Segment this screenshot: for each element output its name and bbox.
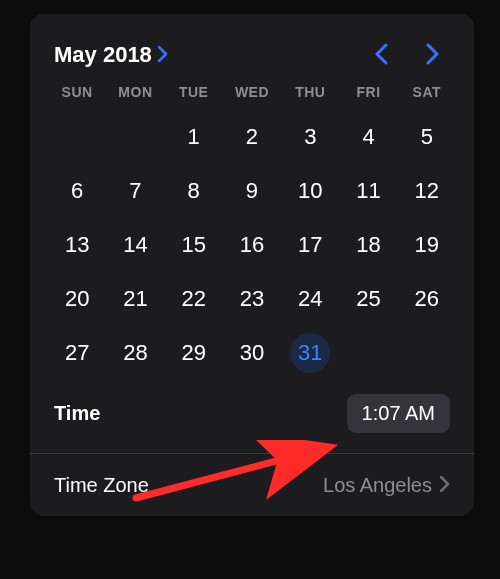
calendar-day-number: 13	[57, 225, 97, 265]
calendar-day[interactable]: 27	[48, 326, 106, 380]
calendar-day[interactable]: 19	[398, 218, 456, 272]
calendar-day-number: 9	[232, 171, 272, 211]
calendar-day-number: 23	[232, 279, 272, 319]
calendar-day[interactable]: 17	[281, 218, 339, 272]
calendar-day-number: 14	[115, 225, 155, 265]
calendar-day[interactable]: 28	[106, 326, 164, 380]
calendar-day-number: 20	[57, 279, 97, 319]
calendar-day[interactable]: 8	[165, 164, 223, 218]
next-month-button[interactable]	[426, 40, 440, 70]
calendar-day-number: 21	[115, 279, 155, 319]
calendar-day-number: 7	[115, 171, 155, 211]
timezone-value: Los Angeles	[323, 474, 432, 497]
calendar-day[interactable]: 23	[223, 272, 281, 326]
calendar-day-number: 2	[232, 117, 272, 157]
timezone-row[interactable]: Time Zone Los Angeles	[48, 454, 456, 516]
calendar-day-number: 10	[290, 171, 330, 211]
calendar-day-number: 22	[174, 279, 214, 319]
calendar-day[interactable]: 5	[398, 110, 456, 164]
weekday-label: TUE	[165, 84, 223, 100]
chevron-right-icon	[158, 45, 168, 65]
chevron-right-icon	[440, 472, 450, 498]
calendar-day-number: 5	[407, 117, 447, 157]
calendar-day[interactable]: 18	[339, 218, 397, 272]
calendar-day-number: 4	[349, 117, 389, 157]
prev-month-button[interactable]	[374, 40, 388, 70]
calendar-day[interactable]: 21	[106, 272, 164, 326]
timezone-value-group: Los Angeles	[323, 472, 450, 498]
calendar-day[interactable]: 12	[398, 164, 456, 218]
calendar-day-number: 8	[174, 171, 214, 211]
calendar-day-number: 31	[290, 333, 330, 373]
weekday-label: WED	[223, 84, 281, 100]
month-year-label: May 2018	[54, 42, 152, 68]
calendar-day[interactable]: 9	[223, 164, 281, 218]
calendar-day-number: 1	[174, 117, 214, 157]
calendar-day[interactable]: 24	[281, 272, 339, 326]
calendar-day[interactable]: 20	[48, 272, 106, 326]
calendar-grid: 1234567891011121314151617181920212223242…	[48, 110, 456, 380]
calendar-day[interactable]: 3	[281, 110, 339, 164]
timezone-label: Time Zone	[54, 474, 149, 497]
calendar-cell-empty	[48, 110, 106, 164]
weekday-header: SUN MON TUE WED THU FRI SAT	[48, 84, 456, 110]
weekday-label: THU	[281, 84, 339, 100]
calendar-day-number: 6	[57, 171, 97, 211]
calendar-day[interactable]: 10	[281, 164, 339, 218]
month-year-button[interactable]: May 2018	[54, 42, 168, 68]
calendar-day[interactable]: 22	[165, 272, 223, 326]
time-row: Time 1:07 AM	[48, 380, 456, 453]
calendar-day-number: 16	[232, 225, 272, 265]
calendar-day[interactable]: 15	[165, 218, 223, 272]
calendar-day[interactable]: 29	[165, 326, 223, 380]
month-nav	[374, 40, 450, 70]
calendar-day[interactable]: 26	[398, 272, 456, 326]
calendar-day[interactable]: 6	[48, 164, 106, 218]
time-label: Time	[54, 402, 100, 425]
calendar-day[interactable]: 31	[281, 326, 339, 380]
time-value: 1:07 AM	[362, 402, 435, 424]
calendar-day[interactable]: 7	[106, 164, 164, 218]
calendar-header: May 2018	[48, 34, 456, 84]
calendar-day[interactable]: 13	[48, 218, 106, 272]
weekday-label: SUN	[48, 84, 106, 100]
calendar-day-number: 12	[407, 171, 447, 211]
calendar-day[interactable]: 14	[106, 218, 164, 272]
calendar-day[interactable]: 30	[223, 326, 281, 380]
calendar-day[interactable]: 16	[223, 218, 281, 272]
weekday-label: FRI	[339, 84, 397, 100]
calendar-day-number: 3	[290, 117, 330, 157]
calendar-day-number: 29	[174, 333, 214, 373]
weekday-label: SAT	[398, 84, 456, 100]
calendar-day[interactable]: 25	[339, 272, 397, 326]
weekday-label: MON	[106, 84, 164, 100]
calendar-day-number: 28	[115, 333, 155, 373]
calendar-day-number: 26	[407, 279, 447, 319]
calendar-day-number: 30	[232, 333, 272, 373]
date-time-panel: May 2018 SUN MON TUE WED THU FRI SAT 123…	[30, 14, 474, 516]
calendar-day-number: 11	[349, 171, 389, 211]
calendar-cell-empty	[106, 110, 164, 164]
calendar-day-number: 19	[407, 225, 447, 265]
calendar-day-number: 27	[57, 333, 97, 373]
calendar-day-number: 15	[174, 225, 214, 265]
calendar-day-number: 17	[290, 225, 330, 265]
calendar-day[interactable]: 1	[165, 110, 223, 164]
calendar-day[interactable]: 11	[339, 164, 397, 218]
calendar-day-number: 24	[290, 279, 330, 319]
time-picker-button[interactable]: 1:07 AM	[347, 394, 450, 433]
calendar-day-number: 25	[349, 279, 389, 319]
calendar-day-number: 18	[349, 225, 389, 265]
calendar-day[interactable]: 4	[339, 110, 397, 164]
calendar-day[interactable]: 2	[223, 110, 281, 164]
